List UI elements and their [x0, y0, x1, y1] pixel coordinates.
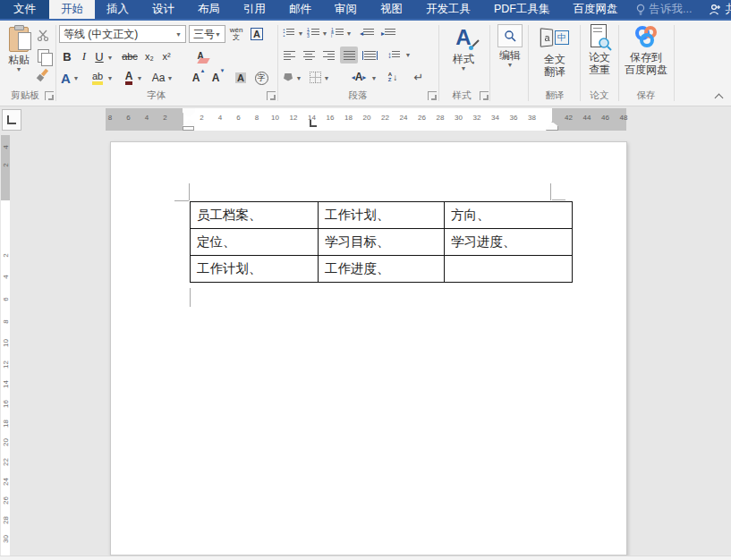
- multilevel-list-icon: 1 a i: [331, 29, 334, 38]
- editing-dropdown-arrow[interactable]: ▼: [507, 62, 514, 68]
- align-center-button[interactable]: [301, 47, 317, 63]
- tell-me-box[interactable]: 告诉我...: [630, 0, 698, 19]
- character-border-button[interactable]: A: [247, 24, 267, 44]
- paragraph-group-label: 段落: [327, 89, 389, 102]
- share-button[interactable]: 共享: [697, 0, 731, 19]
- tab-8[interactable]: PDF工具集: [482, 0, 562, 19]
- shading-button[interactable]: [281, 69, 295, 85]
- styles-dropdown-arrow[interactable]: ▼: [461, 65, 467, 72]
- strikethrough-button[interactable]: abc: [120, 48, 140, 64]
- table-cell[interactable]: 学习目标、: [319, 229, 445, 256]
- tab-1[interactable]: 设计: [140, 0, 186, 19]
- font-size-dropdown-arrow[interactable]: ▼: [215, 31, 221, 38]
- styles-button[interactable]: A 样式 ▼: [444, 24, 483, 98]
- hruler-number: 6: [236, 114, 240, 122]
- numbering-dropdown-arrow[interactable]: ▼: [321, 29, 328, 38]
- character-scaling-dropdown-arrow[interactable]: ▼: [370, 73, 378, 82]
- text-highlight-button[interactable]: ab: [89, 69, 106, 87]
- tab-2[interactable]: 布局: [186, 0, 232, 19]
- multilevel-dropdown-arrow[interactable]: ▼: [345, 29, 353, 38]
- tab-4[interactable]: 邮件: [277, 0, 323, 19]
- superscript-button[interactable]: x²: [159, 48, 174, 64]
- character-shading-button[interactable]: A: [232, 69, 250, 87]
- left-indent-marker[interactable]: [183, 126, 194, 131]
- bullets-dropdown-arrow[interactable]: ▼: [297, 29, 304, 38]
- shading-dropdown-arrow[interactable]: ▼: [295, 73, 302, 82]
- font-name-combobox[interactable]: 等线 (中文正文) ▼: [59, 25, 186, 43]
- line-spacing-dropdown-arrow[interactable]: ▼: [404, 50, 412, 59]
- show-hide-marks-button[interactable]: ↵: [410, 69, 428, 85]
- decrease-indent-button[interactable]: ◂: [358, 26, 376, 40]
- text-effects-button[interactable]: A: [59, 69, 72, 87]
- enclose-characters-button[interactable]: 字: [252, 69, 270, 87]
- tab-home-active[interactable]: 开始: [49, 0, 95, 19]
- text-effects-dropdown-arrow[interactable]: ▼: [72, 73, 80, 82]
- numbering-button[interactable]: 1 2 3: [305, 26, 321, 40]
- phonetic-guide-button[interactable]: wén文: [228, 23, 244, 45]
- clear-formatting-button[interactable]: A: [191, 47, 209, 64]
- document-table[interactable]: 员工档案、 工作计划、 方向、 定位、 学习目标、 学习进度、 工作计划、 工作…: [190, 201, 573, 283]
- vruler-number: 18: [2, 418, 10, 430]
- save-to-baidu-button[interactable]: 保存到 百度网盘: [620, 24, 672, 98]
- highlight-dropdown-arrow[interactable]: ▼: [106, 73, 114, 82]
- italic-button[interactable]: I: [79, 48, 89, 64]
- vertical-ruler[interactable]: 4224681012141618202224262830: [1, 131, 11, 560]
- clipboard-dialog-launcher[interactable]: [45, 91, 54, 100]
- font-name-value: 等线 (中文正文): [64, 27, 138, 42]
- bullets-button[interactable]: • • •: [281, 26, 297, 40]
- table-cell[interactable]: 员工档案、: [191, 202, 319, 229]
- editing-button[interactable]: 编辑 ▼: [493, 24, 527, 98]
- font-dialog-launcher[interactable]: [267, 91, 276, 100]
- paper-check-button[interactable]: 论文 查重: [582, 24, 616, 98]
- multilevel-list-button[interactable]: 1 a i: [329, 26, 345, 40]
- character-scaling-button[interactable]: ◂ A ▸: [347, 69, 370, 85]
- change-case-dropdown-arrow[interactable]: ▼: [166, 73, 174, 82]
- tab-0[interactable]: 插入: [95, 0, 140, 19]
- grow-font-button[interactable]: A▲: [188, 69, 204, 87]
- line-spacing-button[interactable]: ↕: [384, 47, 404, 63]
- styles-dialog-launcher[interactable]: [480, 91, 489, 100]
- font-color-dropdown-arrow[interactable]: ▼: [136, 73, 143, 82]
- bold-button[interactable]: B: [61, 48, 73, 64]
- font-name-dropdown-arrow[interactable]: ▼: [175, 31, 182, 38]
- tab-6[interactable]: 视图: [369, 0, 414, 19]
- subscript-button[interactable]: x₂: [142, 48, 157, 64]
- table-cell[interactable]: 工作进度、: [319, 256, 445, 283]
- horizontal-ruler[interactable]: 8642246810121416182022242628303234363842…: [0, 108, 731, 131]
- increase-indent-button[interactable]: ▸: [379, 26, 397, 40]
- sort-button[interactable]: AZ ↓: [383, 69, 403, 85]
- align-left-button[interactable]: [281, 47, 297, 63]
- collapse-ribbon-button[interactable]: [716, 92, 725, 101]
- table-cell[interactable]: [445, 256, 573, 283]
- table-cell[interactable]: 定位、: [191, 229, 319, 256]
- full-text-translate-button[interactable]: a 中 全文 翻译: [531, 24, 578, 98]
- underline-dropdown-arrow[interactable]: ▼: [106, 53, 114, 62]
- font-color-button[interactable]: A: [122, 69, 136, 87]
- tab-7[interactable]: 开发工具: [414, 0, 482, 19]
- copy-button[interactable]: [34, 47, 52, 64]
- tell-me-label: 告诉我...: [650, 2, 693, 17]
- align-right-button[interactable]: [320, 47, 336, 63]
- table-cell[interactable]: 方向、: [445, 202, 573, 229]
- tab-5[interactable]: 审阅: [323, 0, 369, 19]
- justify-button-active[interactable]: [340, 47, 358, 64]
- change-case-button[interactable]: Aa: [150, 69, 166, 87]
- table-cell[interactable]: 工作计划、: [319, 202, 445, 229]
- paragraph-dialog-launcher[interactable]: [428, 91, 437, 100]
- tab-file[interactable]: 文件: [0, 0, 49, 19]
- table-cell[interactable]: 工作计划、: [191, 256, 319, 283]
- cut-button[interactable]: [34, 28, 52, 42]
- tab-9[interactable]: 百度网盘: [562, 0, 630, 19]
- paste-dropdown-arrow[interactable]: ▼: [16, 66, 22, 72]
- table-row: 员工档案、 工作计划、 方向、: [191, 202, 573, 229]
- format-painter-button[interactable]: [34, 67, 52, 83]
- font-size-combobox[interactable]: 三号 ▼: [189, 25, 225, 43]
- table-cell[interactable]: 学习进度、: [445, 229, 573, 256]
- paste-button[interactable]: 粘贴 ▼: [4, 25, 34, 89]
- tab-3[interactable]: 引用: [232, 0, 277, 19]
- distribute-button[interactable]: [361, 47, 378, 63]
- shrink-font-button[interactable]: A▼: [208, 69, 224, 87]
- borders-dropdown-arrow[interactable]: ▼: [323, 73, 330, 82]
- underline-button[interactable]: U: [93, 48, 106, 64]
- borders-button[interactable]: [308, 69, 322, 85]
